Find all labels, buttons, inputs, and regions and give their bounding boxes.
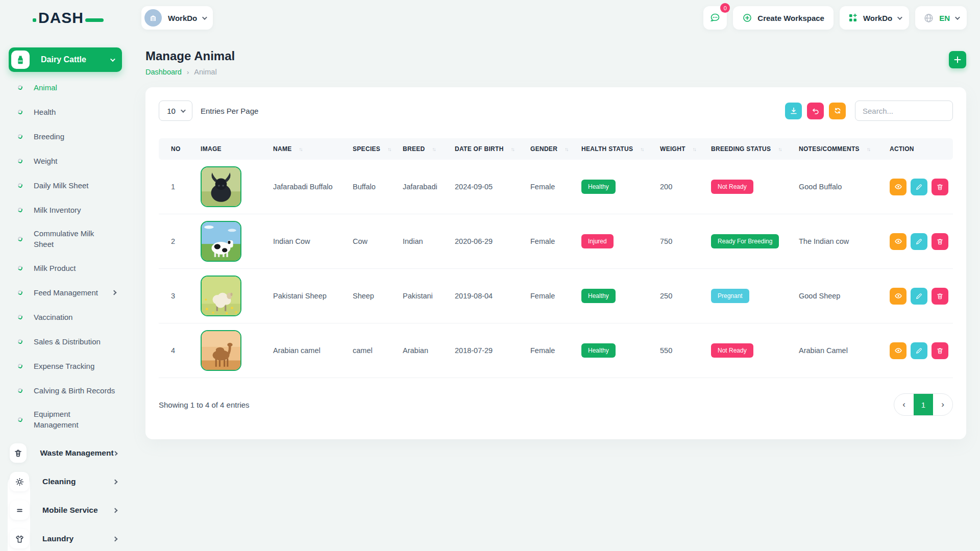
sidebar-item-milk-product[interactable]: Milk Product	[0, 256, 145, 280]
view-button[interactable]	[890, 179, 906, 195]
add-animal-button[interactable]	[949, 51, 966, 68]
sidebar-module-mobile-service[interactable]: Mobile Service	[0, 498, 145, 522]
col-notes[interactable]: NOTES/COMMENTS↑↓	[789, 138, 879, 160]
sidebar-item-calving-birth-records[interactable]: Calving & Birth Records	[0, 378, 145, 403]
entries-per-page-select[interactable]: 10	[159, 101, 192, 121]
bullet-icon	[17, 363, 23, 368]
delete-button[interactable]	[932, 179, 948, 195]
col-breeding-status[interactable]: BREEDING STATUS↑↓	[701, 138, 789, 160]
delete-button[interactable]	[932, 288, 948, 305]
sort-icon[interactable]: ↑↓	[565, 146, 568, 152]
undo-icon	[812, 107, 820, 115]
sidebar-item-commulative-milk-sheet[interactable]: Commulative Milk Sheet	[0, 222, 145, 256]
export-button[interactable]	[785, 103, 802, 119]
search-input[interactable]	[855, 101, 953, 121]
cell-name: Arabian camel	[263, 323, 342, 378]
breeding-status-badge: Not Ready	[711, 180, 753, 194]
sidebar-item-milk-inventory[interactable]: Milk Inventory	[0, 197, 145, 222]
edit-button[interactable]	[911, 342, 927, 359]
animal-photo	[201, 221, 241, 262]
cell-no: 4	[159, 323, 190, 378]
create-workspace-button[interactable]: Create Workspace	[733, 6, 834, 30]
col-date-of-birth[interactable]: DATE OF BIRTH↑↓	[445, 138, 520, 160]
cell-breed: Arabian	[393, 323, 445, 378]
health-status-badge: Healthy	[581, 343, 616, 358]
sidebar-item-feed-management[interactable]: Feed Management	[0, 280, 145, 305]
col-name[interactable]: NAME↑↓	[263, 138, 342, 160]
undo-button[interactable]	[807, 103, 824, 119]
sidebar-item-health[interactable]: Health	[0, 99, 145, 124]
sidebar-item-weight[interactable]: Weight	[0, 148, 145, 173]
edit-button[interactable]	[911, 233, 927, 250]
pencil-icon	[915, 292, 923, 300]
sort-icon[interactable]: ↑↓	[432, 146, 435, 152]
workspace-menu-button[interactable]: WorkDo	[840, 6, 909, 30]
sidebar-item-expense-tracking[interactable]: Expense Tracking	[0, 354, 145, 378]
cell-breed: Jafarabadi	[393, 160, 445, 214]
chevron-right-icon	[113, 536, 118, 541]
health-status-badge: Healthy	[581, 289, 616, 303]
sidebar-item-breeding[interactable]: Breeding	[0, 124, 145, 148]
sort-icon[interactable]: ↑↓	[299, 146, 302, 152]
bullet-icon	[17, 109, 23, 114]
sidebar-item-vaccination[interactable]: Vaccination	[0, 305, 145, 329]
bullet-icon	[17, 84, 23, 90]
table-row: 1	[159, 160, 953, 214]
workspace-switcher[interactable]: WorkDo	[141, 6, 213, 30]
col-breed[interactable]: BREED↑↓	[393, 138, 445, 160]
next-page-button[interactable]: ›	[933, 393, 952, 416]
cell-no: 3	[159, 269, 190, 323]
sort-icon[interactable]: ↑↓	[640, 146, 643, 152]
create-workspace-label: Create Workspace	[757, 14, 824, 22]
cell-species: camel	[342, 323, 393, 378]
main-content: Manage Animal Dashboard › Animal 10 Entr…	[145, 36, 980, 551]
bullet-icon	[17, 182, 23, 188]
cell-no: 1	[159, 160, 190, 214]
refresh-button[interactable]	[829, 103, 846, 119]
animal-photo	[201, 276, 241, 316]
pencil-icon	[915, 347, 923, 355]
cell-weight: 750	[650, 214, 701, 269]
pencil-icon	[915, 183, 923, 191]
messages-button[interactable]: 0	[703, 6, 727, 30]
bullet-icon	[17, 265, 23, 270]
sort-icon[interactable]: ↑↓	[693, 146, 696, 152]
edit-button[interactable]	[911, 179, 927, 195]
view-button[interactable]	[890, 233, 906, 250]
col-health-status[interactable]: HEALTH STATUS↑↓	[571, 138, 650, 160]
sidebar-module-cleaning[interactable]: Cleaning	[0, 470, 145, 493]
app-logo: DASH	[33, 9, 104, 27]
sidebar-module-waste-management[interactable]: Waste Management	[0, 441, 145, 465]
sidebar-section-dairy-cattle[interactable]: Dairy Cattle	[9, 47, 122, 72]
col-gender[interactable]: GENDER↑↓	[520, 138, 571, 160]
page-number[interactable]: 1	[914, 393, 933, 416]
cell-date-of-birth: 2019-08-04	[445, 269, 520, 323]
trash-icon	[10, 443, 27, 463]
sidebar-menu: Animal Health Breeding Weight Daily Milk…	[0, 75, 145, 436]
view-button[interactable]	[890, 342, 906, 359]
sort-icon[interactable]: ↑↓	[387, 146, 390, 152]
previous-page-button[interactable]: ‹	[894, 393, 914, 416]
cell-weight: 200	[650, 160, 701, 214]
sort-icon[interactable]: ↑↓	[867, 146, 870, 152]
sort-icon[interactable]: ↑↓	[778, 146, 781, 152]
delete-button[interactable]	[932, 233, 948, 250]
sidebar-item-equipment-management[interactable]: Equipment Management	[0, 403, 145, 436]
col-weight[interactable]: WEIGHT↑↓	[650, 138, 701, 160]
sidebar-module-laundry[interactable]: Laundry	[0, 527, 145, 550]
sort-icon[interactable]: ↑↓	[511, 146, 514, 152]
language-selector[interactable]: EN	[915, 6, 967, 30]
table-header-row: NO IMAGE NAME↑↓ SPECIES↑↓ BREED↑↓ DATE O…	[159, 138, 953, 160]
breadcrumb-dashboard-link[interactable]: Dashboard	[145, 68, 182, 76]
edit-button[interactable]	[911, 288, 927, 305]
cell-gender: Female	[520, 160, 571, 214]
sidebar-item-daily-milk-sheet[interactable]: Daily Milk Sheet	[0, 173, 145, 197]
col-species[interactable]: SPECIES↑↓	[342, 138, 393, 160]
eye-icon	[894, 183, 902, 191]
delete-button[interactable]	[932, 342, 948, 359]
breadcrumb: Dashboard › Animal	[145, 68, 235, 76]
chevron-down-icon	[110, 57, 115, 62]
view-button[interactable]	[890, 288, 906, 305]
sidebar-item-sales-distribution[interactable]: Sales & Distribution	[0, 329, 145, 354]
sidebar-item-animal[interactable]: Animal	[0, 75, 145, 99]
